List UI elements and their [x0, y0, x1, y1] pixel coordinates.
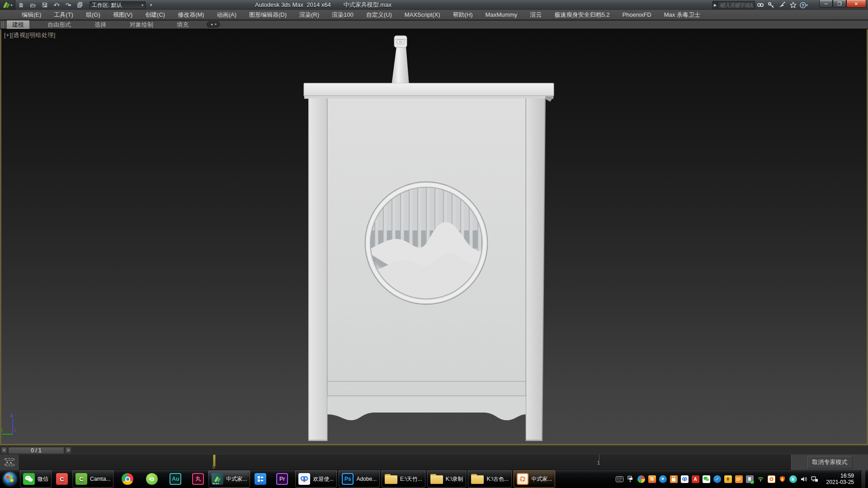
usb-drive-icon[interactable]: [670, 475, 678, 483]
system-tray: ▾ N ✦ A ✓ ♛ ✓: [616, 470, 868, 488]
help-icon[interactable]: ?▾: [798, 0, 809, 9]
menu-group[interactable]: 组(G): [80, 10, 107, 20]
perspective-viewport[interactable]: [+][透视][明暗处理]: [0, 29, 868, 446]
time-slider-thumb[interactable]: 0 / 1: [8, 447, 64, 454]
taskbar-item-folder-e[interactable]: E:\天竹...: [382, 470, 425, 488]
windows-logo-icon: [3, 472, 17, 486]
menu-views[interactable]: 视图(V): [107, 10, 139, 20]
time-slider-track[interactable]: [72, 447, 868, 454]
satellite-icon[interactable]: [777, 0, 788, 9]
save-file-button[interactable]: 🖫: [39, 0, 50, 9]
star-icon[interactable]: [788, 0, 798, 9]
taskbar-item-3dsmax[interactable]: max 中式家...: [208, 470, 250, 488]
workspace-selector[interactable]: 工作区: 默认 ▾: [90, 1, 146, 9]
menu-customize[interactable]: 自定义(U): [360, 10, 398, 20]
taskbar-item-audition[interactable]: Au: [167, 470, 184, 488]
sogou-input-icon[interactable]: [735, 475, 743, 483]
restore-button[interactable]: ❐: [833, 0, 846, 8]
svg-text:z: z: [10, 413, 13, 418]
taskbar-item-camtasia[interactable]: C Camta...: [72, 470, 113, 488]
safely-remove-usb-icon[interactable]: ✓: [746, 475, 754, 483]
menu-maxmummy[interactable]: MaxMummy: [479, 10, 524, 20]
max-logo-button[interactable]: ▾: [0, 0, 15, 10]
n-app-icon[interactable]: N: [648, 475, 656, 483]
cancel-expert-mode-button[interactable]: 取消专家模式: [807, 456, 853, 469]
menu-phoenixfd[interactable]: PhoenixFD: [616, 10, 657, 20]
tab-selection[interactable]: 选择: [89, 20, 112, 29]
track-bar[interactable]: 0 1: [19, 455, 791, 470]
taskbar-item-label: 中式家...: [531, 475, 552, 483]
taskbar-item-welcome-window[interactable]: 欢迎使...: [295, 470, 337, 488]
menu-animation[interactable]: 动画(A): [211, 10, 243, 20]
menu-modifiers[interactable]: 修改器(M): [171, 10, 211, 20]
title-bar: Autodesk 3ds Max 2014 x64中式家具模型.max ▾ 🗎 …: [0, 0, 868, 10]
security-shield-icon[interactable]: [778, 475, 786, 483]
taskbar-item-chrome[interactable]: [119, 470, 136, 488]
open-mini-curve-editor-button[interactable]: [0, 455, 19, 470]
taskbar-item-video-app[interactable]: [252, 470, 269, 488]
menu-edit[interactable]: 编辑(E): [15, 10, 47, 20]
tab-populate[interactable]: 填充: [171, 20, 194, 29]
network-icon[interactable]: [811, 475, 819, 483]
taskbar-item-label: K:\古色...: [486, 475, 509, 483]
next-frame-button[interactable]: >: [65, 447, 71, 454]
taskbar-clock[interactable]: 16:59 2021-03-25: [826, 473, 854, 485]
blue-pinwheel-icon[interactable]: ✦: [659, 475, 667, 483]
volume-icon[interactable]: [800, 475, 808, 483]
menu-help[interactable]: 帮助(H): [447, 10, 479, 20]
menu-graph-editors[interactable]: 图形编辑器(D): [243, 10, 293, 20]
search-icon[interactable]: [755, 0, 766, 9]
search-go-icon[interactable]: ▶: [712, 1, 718, 9]
menu-rendering[interactable]: 渲染(R): [293, 10, 326, 20]
hidden-icons-expander[interactable]: ▾: [627, 475, 634, 483]
taskbar-item-wechat[interactable]: 微信: [20, 470, 52, 488]
key-icon[interactable]: [766, 0, 777, 9]
taskbar-item-camtasia-red[interactable]: C: [53, 470, 71, 488]
ribbon-grip[interactable]: [1, 21, 4, 28]
previous-frame-button[interactable]: <: [1, 447, 7, 454]
taskbar-item-capture-tool[interactable]: 中式家...: [514, 470, 555, 488]
menu-tools[interactable]: 工具(T): [47, 10, 80, 20]
taskbar-item-wan-app[interactable]: 丸: [189, 470, 207, 488]
start-button[interactable]: [1, 470, 19, 488]
help-search-input[interactable]: [718, 1, 755, 9]
input-method-keyboard-icon[interactable]: [616, 475, 623, 483]
menu-maxscript[interactable]: MAXScript(X): [398, 10, 447, 20]
minimize-button[interactable]: ─: [819, 0, 833, 8]
taskbar-item-label: Adobe...: [356, 476, 377, 482]
menu-antivirus[interactable]: Max 杀毒卫士: [658, 10, 707, 20]
menu-render100[interactable]: 渲染100: [326, 10, 360, 20]
e-browser-icon[interactable]: e: [789, 475, 797, 483]
menu-slim-archive[interactable]: 极速瘦身安全归档5.2: [548, 10, 616, 20]
wechat-tray-icon[interactable]: [703, 475, 710, 483]
capture-tray-icon[interactable]: [768, 475, 775, 483]
taskbar-item-sogou-browser[interactable]: [143, 470, 160, 488]
chrome-icon: [122, 473, 133, 485]
new-scene-button[interactable]: 🗎: [16, 0, 27, 9]
ribbon-minimize-button[interactable]: ▼▾: [207, 21, 220, 28]
end-frame-label: 1: [597, 460, 600, 465]
taskbar-item-folder-k-record[interactable]: K:\录制: [427, 470, 467, 488]
menu-renderbus[interactable]: 渲云: [524, 10, 548, 20]
rings-tray-icon[interactable]: [681, 475, 689, 483]
tab-freeform[interactable]: 自由形式: [42, 20, 76, 29]
qat-overflow-button[interactable]: ▼: [146, 0, 157, 9]
tab-modeling[interactable]: 建模: [7, 20, 29, 29]
open-file-button[interactable]: 🗁: [28, 0, 38, 9]
redo-button[interactable]: ↷▾: [63, 0, 74, 9]
acrobat-icon[interactable]: A: [692, 475, 699, 483]
pinwheel-utility-icon[interactable]: [637, 475, 645, 483]
show-desktop-button[interactable]: [861, 470, 865, 488]
sogou-assistant-icon[interactable]: ♛: [724, 475, 732, 483]
logo-dropdown-arrow: ▾: [10, 3, 12, 7]
pc-manager-icon[interactable]: ✓: [713, 475, 721, 483]
wireless-signal-icon[interactable]: [757, 475, 764, 483]
taskbar-item-photoshop[interactable]: Ps Adobe...: [339, 470, 380, 488]
undo-button[interactable]: ↶▾: [51, 0, 62, 9]
taskbar-item-premiere[interactable]: Pr: [274, 470, 291, 488]
project-folder-button[interactable]: 🗐: [75, 0, 85, 9]
tab-object-paint[interactable]: 对象绘制: [124, 20, 159, 29]
close-button[interactable]: ✕: [846, 0, 866, 8]
menu-create[interactable]: 创建(C): [139, 10, 171, 20]
taskbar-item-folder-k-antique[interactable]: K:\古色...: [468, 470, 512, 488]
